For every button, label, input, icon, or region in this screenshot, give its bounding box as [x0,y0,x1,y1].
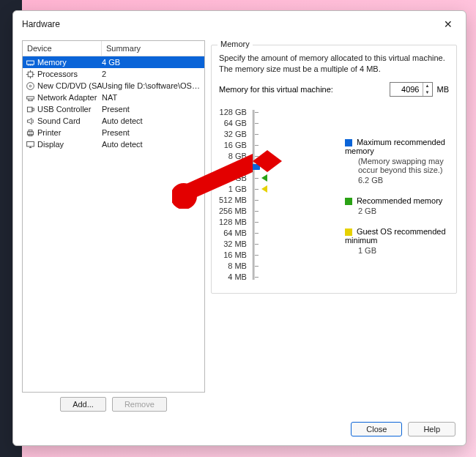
hardware-dialog: Hardware ✕ Device Summary Memory4 GBProc… [12,10,466,446]
settings-panel: Memory Specify the amount of memory allo… [211,40,457,412]
svg-rect-0 [26,61,34,64]
tick-label: 128 MB [219,217,247,228]
device-summary: Auto detect [102,140,204,149]
help-button[interactable]: Help [408,422,455,436]
device-row-disc[interactable]: New CD/DVD (SATA)Using file D:\software\… [23,80,204,92]
close-icon[interactable]: ✕ [439,17,457,31]
remove-button: Remove [112,397,167,412]
marker-min-icon [261,185,267,193]
memory-slider-row: 128 GB64 GB32 GB16 GB8 GB4 GB2 GB1 GB512… [219,107,449,283]
legend-item-rec: Recommended memory 2 GB [345,196,449,215]
tick-label: 16 GB [219,140,247,151]
network-icon [24,92,36,103]
tick-label: 2 GB [219,173,247,184]
device-row-cpu[interactable]: Processors2 [23,68,204,80]
device-row-usb[interactable]: USB ControllerPresent [23,103,204,115]
tick-label: 8 GB [219,151,247,162]
tick-label: 64 MB [219,228,247,239]
svg-rect-6 [31,108,33,110]
memory-slider-area: 128 GB64 GB32 GB16 GB8 GB4 GB2 GB1 GB512… [219,107,272,283]
column-header-summary[interactable]: Summary [102,41,204,56]
cpu-icon [24,68,36,80]
device-summary: Using file D:\software\OS\Mi... [102,81,204,90]
device-list-header: Device Summary [23,41,204,56]
dialog-footer: Close Help [13,415,466,445]
tick-label: 32 GB [219,129,247,140]
memory-group-legend: Memory [217,40,253,48]
display-icon [24,138,36,150]
memory-slider-track[interactable] [251,107,272,283]
memory-tick-labels: 128 GB64 GB32 GB16 GB8 GB4 GB2 GB1 GB512… [219,107,251,283]
dialog-content: Device Summary Memory4 GBProcessors2New … [13,34,466,415]
device-row-network[interactable]: Network AdapterNAT [23,92,204,103]
memory-unit: MB [437,85,450,94]
device-name: New CD/DVD (SATA) [36,81,102,90]
legend-max-label: Maximum recommended memory [345,138,445,155]
svg-point-2 [26,82,34,89]
svg-rect-4 [26,96,34,98]
device-name: Printer [36,128,102,137]
device-summary: Present [102,105,204,114]
sound-icon [24,115,36,127]
legend-min-label: Guest OS recommended minimum [345,227,446,245]
add-button[interactable]: Add... [60,397,106,412]
legend-item-max: Maximum recommended memory (Memory swapp… [345,138,449,185]
spinner-down-icon[interactable]: ▼ [423,89,432,96]
tick-label: 4 MB [219,272,247,283]
close-button[interactable]: Close [351,422,402,436]
titlebar: Hardware ✕ [13,11,466,34]
svg-rect-10 [26,141,34,146]
memory-description: Specify the amount of memory allocated t… [219,53,449,75]
tick-label: 256 MB [219,206,247,217]
window-title: Hardware [22,19,60,29]
usb-icon [24,103,36,115]
device-name: Memory [36,58,102,67]
legend-max-note: (Memory swapping may occur beyond this s… [345,157,449,174]
device-name: Display [36,140,102,149]
legend-rec-label: Recommended memory [357,196,442,205]
device-name: Processors [36,70,102,78]
memory-group: Memory Specify the amount of memory allo… [211,45,457,294]
svg-rect-8 [29,130,32,131]
memory-spinner[interactable]: ▲ ▼ [390,82,433,97]
svg-rect-1 [28,72,33,77]
swatch-green-icon [345,198,352,205]
device-summary: Auto detect [102,116,204,125]
device-name: Network Adapter [36,93,102,102]
device-row-memory[interactable]: Memory4 GB [23,56,204,68]
tick-label: 512 MB [219,195,247,206]
device-row-display[interactable]: DisplayAuto detect [23,138,204,150]
tick-label: 128 GB [219,107,247,118]
legend-max-value: 6.2 GB [345,176,449,185]
marker-max-icon [261,157,267,165]
device-name: USB Controller [36,105,102,114]
spinner-up-icon[interactable]: ▲ [423,83,432,89]
device-row-printer[interactable]: PrinterPresent [23,127,204,138]
swatch-blue-icon [345,139,352,146]
device-summary: 4 GB [102,58,204,67]
tick-label: 32 MB [219,239,247,250]
svg-point-3 [29,85,31,86]
memory-input-row: Memory for this virtual machine: ▲ ▼ MB [219,82,449,97]
device-list: Device Summary Memory4 GBProcessors2New … [22,40,205,393]
tick-label: 8 MB [219,261,247,272]
device-buttons: Add... Remove [22,397,205,412]
legend-item-min: Guest OS recommended minimum 1 GB [345,227,449,255]
device-panel: Device Summary Memory4 GBProcessors2New … [22,40,205,412]
disc-icon [24,80,36,92]
memory-input-label: Memory for this virtual machine: [219,85,333,94]
memory-input[interactable] [390,83,423,96]
memory-icon [24,56,36,68]
tick-label: 16 MB [219,250,247,261]
svg-rect-5 [27,107,32,112]
device-name: Sound Card [36,116,102,125]
device-summary: Present [102,128,204,137]
device-row-sound[interactable]: Sound CardAuto detect [23,115,204,127]
column-header-device[interactable]: Device [23,41,102,56]
spinner-buttons: ▲ ▼ [423,83,432,96]
legend-min-value: 1 GB [345,246,449,255]
legend-rec-value: 2 GB [345,207,449,215]
slider-thumb-icon[interactable] [248,164,260,170]
tick-label: 1 GB [219,184,247,195]
device-summary: 2 [102,70,204,78]
